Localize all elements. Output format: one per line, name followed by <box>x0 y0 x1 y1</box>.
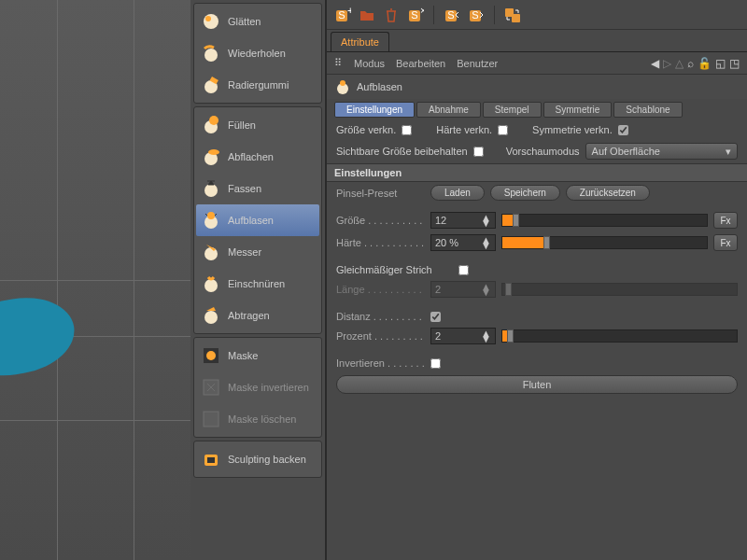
lock-icon[interactable]: 🔓 <box>698 57 712 70</box>
flatten-icon <box>200 146 222 168</box>
preset-label: Pinsel-Preset <box>336 188 425 199</box>
mask-clear-icon <box>200 408 222 430</box>
size-field[interactable]: 12▲▼ <box>430 212 496 229</box>
tool-smooth[interactable]: Glätten <box>196 6 319 37</box>
bake-icon <box>200 448 222 470</box>
svg-text:+: + <box>347 7 351 16</box>
hardness-link-check[interactable]: Härte verkn. <box>436 124 508 135</box>
attribute-toolbar: S+ S× S S <box>327 0 747 30</box>
tool-label: Einschnüren <box>228 278 285 289</box>
tool-mask-invert: Maske invertieren <box>196 371 319 403</box>
invert-row: Invertieren . . . . . . . . <box>327 355 747 371</box>
visible-size-row: Sichtbare Größe beibehalten Vorschaumodu… <box>327 139 747 163</box>
menu-benutzer[interactable]: Benutzer <box>457 58 498 69</box>
tool-eraser[interactable]: Radiergummi <box>196 69 319 101</box>
preview-mode-dropdown[interactable]: Auf Oberfläche▾ <box>585 143 738 160</box>
tool-mask[interactable]: Maske <box>196 340 319 371</box>
hardness-fx-button[interactable]: Fx <box>713 234 738 251</box>
subtab-abnahme[interactable]: Abnahme <box>416 102 481 118</box>
tool-label: Wiederholen <box>228 48 286 59</box>
preset-close-icon[interactable]: S× <box>405 5 426 25</box>
svg-text:S: S <box>472 9 478 21</box>
invert-check[interactable] <box>430 358 441 369</box>
flood-button[interactable]: Fluten <box>336 375 738 394</box>
size-fx-button[interactable]: Fx <box>713 212 738 229</box>
nav-fwd-icon[interactable]: ▷ <box>663 57 671 70</box>
tool-flatten[interactable]: Abflachen <box>196 141 319 173</box>
size-slider[interactable] <box>501 214 708 227</box>
menu-bearbeiten[interactable]: Bearbeiten <box>396 58 445 69</box>
inflate-icon <box>334 78 351 95</box>
search-icon[interactable]: ⌕ <box>687 57 694 70</box>
load-button[interactable]: Laden <box>430 185 485 201</box>
hardness-slider[interactable] <box>501 236 708 249</box>
menu-modus[interactable]: Modus <box>354 58 385 69</box>
tool-scrape[interactable]: Abtragen <box>196 300 319 331</box>
svg-line-13 <box>215 214 217 216</box>
subtab-symmetrie[interactable]: Symmetrie <box>543 102 613 118</box>
subtab-stempel[interactable]: Stempel <box>483 102 542 118</box>
viewport-3d[interactable] <box>0 0 190 560</box>
length-field: 2▲▼ <box>430 281 496 298</box>
object-header: Aufblasen <box>327 75 747 99</box>
hardness-field[interactable]: 20 %▲▼ <box>430 234 496 251</box>
attribute-subtabs: Einstellungen Abnahme Stempel Symmetrie … <box>327 99 747 120</box>
eraser-icon <box>200 74 222 96</box>
folder-icon[interactable] <box>357 5 377 25</box>
tool-label: Glätten <box>228 16 261 27</box>
panel-opt2-icon[interactable]: ◳ <box>729 57 740 70</box>
distance-check[interactable] <box>430 312 441 322</box>
scrape-icon <box>200 304 222 327</box>
tool-bake[interactable]: Sculpting backen <box>196 443 319 475</box>
object-title: Aufblasen <box>357 81 402 92</box>
distance-row: Distanz . . . . . . . . . . <box>327 308 747 325</box>
size-link-check[interactable]: Größe verkn. <box>336 124 412 135</box>
svg-point-15 <box>204 279 218 292</box>
tool-label: Aufblasen <box>228 215 274 226</box>
tool-repeat[interactable]: Wiederholen <box>196 37 319 69</box>
tool-inflate[interactable]: Aufblasen <box>196 204 319 236</box>
save-button[interactable]: Speichern <box>490 185 560 201</box>
panel-tabs: Attribute <box>327 30 747 52</box>
panel-opt1-icon[interactable]: ◱ <box>715 57 726 70</box>
length-row: Länge . . . . . . . . . . . 2▲▼ <box>327 278 747 301</box>
subtab-einstellungen[interactable]: Einstellungen <box>334 102 415 118</box>
symmetry-link-check[interactable]: Symmetrie verkn. <box>532 124 628 135</box>
tool-mask-clear: Maske löschen <box>196 403 319 435</box>
smooth-icon <box>200 10 222 33</box>
nav-back-icon[interactable]: ◀ <box>651 57 659 70</box>
link-options-row: Größe verkn. Härte verkn. Symmetrie verk… <box>327 120 747 139</box>
invert-label: Invertieren . . . . . . . . <box>336 357 425 369</box>
reset-button[interactable]: Zurücksetzen <box>566 185 650 201</box>
nav-up-icon[interactable]: △ <box>675 57 684 70</box>
svg-line-12 <box>205 214 207 216</box>
mesh-object[interactable] <box>0 289 80 383</box>
knife-icon <box>200 241 222 263</box>
steady-check[interactable] <box>458 265 469 275</box>
tool-label: Maske invertieren <box>228 382 309 393</box>
preview-mode-label: Vorschaumodus <box>506 146 580 157</box>
attribute-menu: ⠿ Modus Bearbeiten Benutzer ◀ ▷ △ ⌕ 🔓 ◱ … <box>327 52 747 75</box>
svg-point-8 <box>208 149 219 155</box>
hardness-label: Härte . . . . . . . . . . . . <box>336 237 425 248</box>
preset-nav-right-icon[interactable]: S <box>466 5 486 25</box>
tool-grab[interactable]: Fassen <box>196 173 319 204</box>
fill-icon <box>200 114 222 136</box>
subtab-schablone[interactable]: Schablone <box>613 102 682 118</box>
tool-fill[interactable]: Füllen <box>196 109 319 141</box>
percent-field[interactable]: 2▲▼ <box>430 328 496 344</box>
new-preset-icon[interactable]: S+ <box>332 5 353 25</box>
tool-knife[interactable]: Messer <box>196 236 319 268</box>
svg-text:S: S <box>338 9 345 21</box>
tool-pinch[interactable]: Einschnüren <box>196 268 319 300</box>
trash-icon[interactable] <box>381 5 402 25</box>
tab-attribute[interactable]: Attribute <box>331 32 389 51</box>
preset-nav-left-icon[interactable]: S <box>442 5 462 25</box>
visible-size-check[interactable]: Sichtbare Größe beibehalten <box>336 146 484 157</box>
svg-point-1 <box>205 16 211 21</box>
preset-swap-icon[interactable] <box>502 5 523 25</box>
sculpt-tool-panel: Glätten Wiederholen Radiergummi Füllen A… <box>190 0 326 560</box>
drag-handle-icon[interactable]: ⠿ <box>334 57 343 69</box>
preset-row: Pinsel-Preset Laden Speichern Zurücksetz… <box>327 182 747 203</box>
percent-slider[interactable] <box>501 329 738 343</box>
